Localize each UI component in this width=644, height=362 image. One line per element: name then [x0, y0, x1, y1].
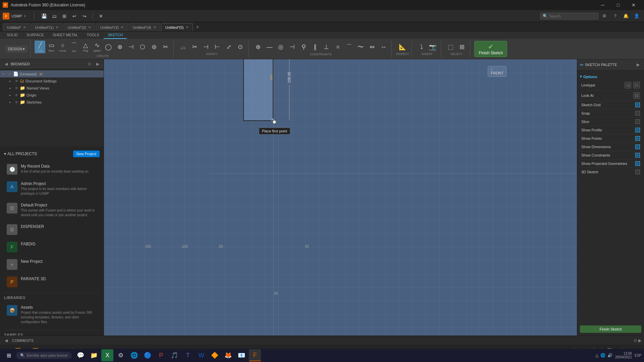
tree-item-sketches[interactable]: ▸ 👁 📁 Sketches	[0, 99, 104, 106]
taskbar-icon-excel[interactable]: X	[101, 349, 113, 361]
extend-tool[interactable]: ⊣	[201, 42, 211, 52]
taskbar-icon-word[interactable]: W	[195, 349, 207, 361]
show-profile-checkbox[interactable]: ✓	[635, 128, 640, 132]
visibility-icon[interactable]: 👁	[15, 93, 18, 97]
spline-tool[interactable]: ∿ Spline	[92, 41, 102, 53]
palette-expand-button[interactable]: ▶	[635, 61, 641, 68]
taskbar-icon-chrome[interactable]: 🔵	[142, 349, 154, 361]
project-new[interactable]: + New Project	[4, 256, 100, 273]
tree-item-unsaved[interactable]: ▾ 👁 📄 (Unsaved) ⊙	[0, 70, 104, 77]
collinear-constraint[interactable]: —	[264, 43, 275, 52]
taskbar-icon-app2[interactable]: 🎵	[168, 349, 180, 361]
project-default[interactable]: D Default Project This comes with Fusion…	[4, 200, 100, 220]
horizontal-constraint[interactable]: ↔	[378, 43, 389, 52]
taskbar-icon-powerpoint[interactable]: P	[155, 349, 167, 361]
linetype-icon-btn-1[interactable]: ◁	[625, 82, 631, 88]
break-tool[interactable]: ⊢	[212, 42, 223, 52]
show-dimensions-checkbox[interactable]: ✓	[635, 144, 640, 149]
tab-close-6[interactable]: ✕	[186, 25, 189, 29]
coincident-constraint[interactable]: ⊕	[253, 42, 263, 52]
rectangle-tool[interactable]: ▭ Rect	[46, 41, 57, 53]
tab-close-3[interactable]: ✕	[88, 25, 91, 29]
trim-mod-tool[interactable]: ✂	[189, 42, 200, 52]
line-tool[interactable]: ╱ Line	[35, 41, 45, 53]
offset-mod-tool[interactable]: ⊙	[235, 42, 246, 52]
tab-untitled-5[interactable]: Untitled*(5) ✕	[161, 23, 193, 31]
fix-constraint[interactable]: ⚲	[298, 42, 309, 52]
tab-untitled-1[interactable]: Untitled*(1) ✕	[31, 23, 63, 31]
options-section-header[interactable]: ▾ Options	[580, 73, 641, 80]
ribbon-tab-sheet-metal[interactable]: SHEET METAL	[49, 32, 82, 39]
tray-icon-1[interactable]: △	[595, 353, 598, 358]
symmetric-constraint[interactable]: ⇔	[367, 42, 377, 52]
tab-untitled-3[interactable]: Untitled*(3) ✕	[96, 23, 128, 31]
visibility-icon[interactable]: 👁	[8, 72, 12, 76]
maximize-button[interactable]: □	[610, 0, 626, 10]
select-filter-btn[interactable]: ⊞	[457, 42, 467, 52]
linetype-icon-btn-2[interactable]: ▷	[633, 82, 640, 88]
comments-expand-icon[interactable]: ▶	[638, 338, 641, 343]
project-admin[interactable]: A Admin Project This project is for team…	[4, 179, 100, 199]
polygon-tool[interactable]: △ Poly	[80, 41, 91, 53]
minimize-button[interactable]: ─	[595, 0, 610, 10]
project-tool[interactable]: ⊚	[149, 42, 159, 52]
insert-btn[interactable]: ⤵	[416, 43, 427, 52]
taskbar-icon-teams[interactable]: T	[182, 349, 194, 361]
comments-settings-icon[interactable]: ⊙	[634, 338, 637, 343]
project-dispenser[interactable]: D DISPENSER	[4, 222, 100, 238]
windows-start-button[interactable]: ⊞	[3, 349, 15, 361]
taskbar-icon-app4[interactable]: 🦊	[222, 349, 234, 361]
search-input[interactable]	[549, 14, 596, 18]
tab-untitled-4[interactable]: Untitled*(4) ✕	[128, 23, 160, 31]
comments-collapse-button[interactable]: ◀	[3, 337, 9, 344]
ribbon-tab-surface[interactable]: SURFACE	[22, 32, 48, 39]
tree-item-doc-settings[interactable]: ▸ 👁 🗂 Document Settings	[0, 77, 104, 84]
tab-close-1[interactable]: ✕	[23, 25, 26, 29]
concentric-constraint[interactable]: ◎	[275, 42, 286, 52]
show-points-checkbox[interactable]: ✓	[635, 136, 640, 141]
trim-tool[interactable]: ✂	[160, 42, 171, 52]
look-at-button[interactable]: ⊡	[633, 92, 640, 99]
workspace-chevron[interactable]: ▾	[24, 14, 26, 18]
snap-checkbox[interactable]	[635, 111, 640, 116]
new-tab-button[interactable]: +	[194, 23, 202, 31]
close-button[interactable]: ✕	[626, 0, 641, 10]
offset-tool[interactable]: ⬡	[137, 42, 148, 52]
taskbar-icon-edge[interactable]: 🌐	[128, 349, 140, 361]
tab-close-4[interactable]: ✕	[121, 25, 123, 29]
show-projected-checkbox[interactable]: ✓	[635, 161, 640, 166]
tab-untitled[interactable]: Untitled* ✕	[3, 23, 30, 31]
project-fabdig[interactable]: F FABDIG	[4, 239, 100, 255]
taskbar-icon-fusion[interactable]: F	[249, 349, 261, 361]
tray-icon-network[interactable]: 🌐	[600, 353, 605, 358]
tab-close-5[interactable]: ✕	[153, 25, 156, 29]
open-files-button[interactable]: 🗂	[50, 11, 59, 21]
smooth-constraint[interactable]: 〜	[355, 42, 366, 52]
browser-collapse-button[interactable]: ◀	[3, 61, 9, 67]
project-parante[interactable]: P PARANTE 3D	[4, 274, 100, 290]
taskbar-icon-app1[interactable]: ⚙	[115, 349, 127, 361]
tray-icon-volume[interactable]: 🔊	[607, 353, 612, 358]
new-project-button[interactable]: New Project	[73, 150, 100, 157]
midpoint-constraint[interactable]: ⊣	[287, 42, 298, 52]
undo-button[interactable]: ↩	[70, 11, 79, 21]
ribbon-tab-sketch[interactable]: SKETCH	[104, 32, 127, 39]
select-btn[interactable]: ⬚	[445, 42, 456, 52]
help-button[interactable]: ?	[610, 11, 620, 21]
browser-expand-button[interactable]: ▶	[94, 61, 101, 67]
project-my-recent[interactable]: 🕐 My Recent Data A list of what you've r…	[4, 161, 100, 177]
taskbar-icon-task-view[interactable]: 💬	[74, 349, 87, 361]
arc-tool[interactable]: ⌒ Arc	[69, 40, 79, 54]
taskbar-search-box[interactable]: 🔍 Escribe aquí para buscar	[16, 352, 72, 359]
search-box[interactable]: 🔍	[540, 13, 598, 19]
canvas-area[interactable]: Z FRONT -150 -100 -50 50 20.00 | | ✕ ✕	[104, 59, 577, 336]
resize-handle[interactable]	[270, 75, 273, 80]
insert2-btn[interactable]: 📷	[427, 42, 438, 52]
perp-constraint[interactable]: ⊥	[321, 42, 332, 52]
finish-sketch-palette-button[interactable]: Finish Sketch	[580, 325, 641, 333]
workspace-label[interactable]: USMP	[11, 14, 22, 18]
inspect-btn[interactable]: 📐	[397, 42, 408, 52]
tree-item-named-views[interactable]: ▸ 👁 📁 Named Views	[0, 84, 104, 92]
taskbar-clock[interactable]: 13:06 26/04/2021	[615, 352, 632, 359]
grid-view-button[interactable]: ⊞	[60, 11, 69, 21]
